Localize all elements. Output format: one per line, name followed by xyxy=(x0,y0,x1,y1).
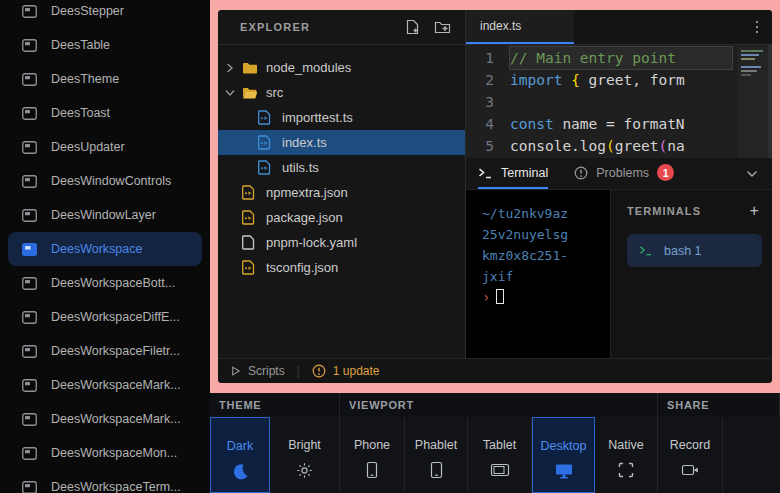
chevron-right-icon xyxy=(226,63,242,73)
terminal-line: ~/tu2nkv9az xyxy=(482,203,610,224)
add-terminal-button[interactable]: + xyxy=(750,202,762,220)
line-number: 5 xyxy=(466,135,510,157)
record-icon xyxy=(681,461,699,479)
desktop-button[interactable]: Desktop xyxy=(532,417,595,493)
button-label: Phone xyxy=(354,438,390,452)
line-content xyxy=(510,91,732,113)
update-button[interactable]: 1 update xyxy=(312,364,380,378)
sidebar-item-deestheme[interactable]: DeesTheme xyxy=(8,62,202,96)
sidebar-item-deesworkspaceterm-[interactable]: DeesWorkspaceTerm... xyxy=(8,470,202,493)
chevron-down-icon[interactable] xyxy=(746,158,772,189)
play-icon xyxy=(230,365,241,377)
workspace-window: EXPLORER index.ts node_modulessrcimportt… xyxy=(218,10,772,383)
sidebar-item-deesworkspacemark-[interactable]: DeesWorkspaceMark... xyxy=(8,368,202,402)
component-icon xyxy=(22,481,37,493)
file-ts-icon xyxy=(258,135,274,150)
bright-button[interactable]: Bright xyxy=(270,417,340,493)
line-number: 3 xyxy=(466,91,510,113)
native-icon xyxy=(618,461,634,479)
tree-item-label: npmextra.json xyxy=(266,185,348,200)
sidebar-item-deesworkspacemark-[interactable]: DeesWorkspaceMark... xyxy=(8,402,202,436)
editor-scrollbar[interactable] xyxy=(768,45,772,158)
tree-item-importtest-ts[interactable]: importtest.ts xyxy=(218,105,465,130)
terminal-output[interactable]: ~/tu2nkv9az25v2nuyelsgkmz0x8c251-jxif› xyxy=(466,190,610,358)
sidebar-item-deesworkspace[interactable]: DeesWorkspace xyxy=(8,232,202,266)
component-icon xyxy=(22,39,37,52)
code-editor[interactable]: 1// Main entry point2import { greet, for… xyxy=(466,45,772,158)
line-number: 1 xyxy=(466,47,510,69)
terminal-tab-label: Terminal xyxy=(501,166,548,180)
component-icon xyxy=(22,175,37,188)
tree-item-label: src xyxy=(266,85,283,100)
tree-item-npmextra-json[interactable]: npmextra.json xyxy=(218,180,465,205)
tablet-button[interactable]: Tablet xyxy=(468,417,532,493)
button-label: Bright xyxy=(288,438,321,452)
terminal-session-bash-1[interactable]: bash 1 xyxy=(627,234,762,267)
component-list: DeesStepperDeesTableDeesThemeDeesToastDe… xyxy=(0,0,210,493)
sidebar-item-deesstepper[interactable]: DeesStepper xyxy=(8,0,202,28)
file-plain-icon xyxy=(242,235,258,250)
tree-item-label: node_modules xyxy=(266,60,351,75)
story-toolbar: THEME VIEWPORT SHARE DarkBrightPhonePhab… xyxy=(210,393,780,493)
sidebar-item-label: DeesStepper xyxy=(51,4,124,18)
record-button[interactable]: Record xyxy=(658,417,723,493)
phablet-button[interactable]: Phablet xyxy=(405,417,468,493)
tab-terminal[interactable]: Terminal xyxy=(478,158,548,189)
file-json-icon xyxy=(242,210,258,225)
tree-item-label: package.json xyxy=(266,210,343,225)
tree-item-package-json[interactable]: package.json xyxy=(218,205,465,230)
sidebar-item-deesworkspacefiletr-[interactable]: DeesWorkspaceFiletr... xyxy=(8,334,202,368)
sidebar-item-label: DeesWindowLayer xyxy=(51,208,156,222)
new-folder-icon[interactable] xyxy=(434,20,451,35)
code-line: 3 xyxy=(466,91,772,113)
file-json-icon xyxy=(242,260,258,275)
sidebar-item-deesworkspacebott-[interactable]: DeesWorkspaceBott... xyxy=(8,266,202,300)
explorer-actions xyxy=(405,19,451,35)
toolbar-buttons: DarkBrightPhonePhabletTabletDesktopNativ… xyxy=(210,417,780,493)
tree-item-index-ts[interactable]: index.ts xyxy=(218,130,465,155)
sidebar-item-deesupdater[interactable]: DeesUpdater xyxy=(8,130,202,164)
phone-icon xyxy=(366,461,378,479)
tree-item-src[interactable]: src xyxy=(218,80,465,105)
button-label: Desktop xyxy=(541,439,587,453)
terminal-icon xyxy=(639,245,653,256)
tab-problems[interactable]: Problems 1 xyxy=(574,158,674,189)
sidebar-item-label: DeesTable xyxy=(51,38,110,52)
scripts-button[interactable]: Scripts xyxy=(230,364,285,378)
code-line: 1// Main entry point xyxy=(466,47,772,69)
code-lines: 1// Main entry point2import { greet, for… xyxy=(466,47,772,157)
sidebar-item-deestable[interactable]: DeesTable xyxy=(8,28,202,62)
sidebar-item-deesworkspacediffe-[interactable]: DeesWorkspaceDiffE... xyxy=(8,300,202,334)
sidebar-item-deeswindowlayer[interactable]: DeesWindowLayer xyxy=(8,198,202,232)
sidebar-item-label: DeesWorkspace xyxy=(51,242,142,256)
sidebar-item-deesworkspacemon-[interactable]: DeesWorkspaceMon... xyxy=(8,436,202,470)
component-icon xyxy=(22,243,37,256)
terminal-icon xyxy=(478,167,493,179)
tree-item-node-modules[interactable]: node_modules xyxy=(218,55,465,80)
sidebar-item-deeswindowcontrols[interactable]: DeesWindowControls xyxy=(8,164,202,198)
story-canvas: EXPLORER index.ts node_modulessrcimportt… xyxy=(210,0,780,393)
terminal-line: 25v2nuyelsg xyxy=(482,224,610,245)
sidebar-item-deestoast[interactable]: DeesToast xyxy=(8,96,202,130)
editor-tabbar: index.ts xyxy=(466,10,772,44)
statusbar-divider: | xyxy=(297,364,300,378)
explorer-header: EXPLORER xyxy=(218,10,466,44)
new-file-icon[interactable] xyxy=(405,19,420,35)
line-content: const name = formatN xyxy=(510,113,732,135)
tree-item-tsconfig-json[interactable]: tsconfig.json xyxy=(218,255,465,280)
phone-button[interactable]: Phone xyxy=(340,417,405,493)
component-icon xyxy=(22,141,37,154)
minimap[interactable] xyxy=(738,47,768,158)
button-label: Dark xyxy=(227,439,253,453)
tree-item-utils-ts[interactable]: utils.ts xyxy=(218,155,465,180)
sidebar-item-label: DeesWorkspaceDiffE... xyxy=(51,310,180,324)
file-ts-icon xyxy=(258,160,274,175)
tree-item-pnpm-lock-yaml[interactable]: pnpm-lock.yaml xyxy=(218,230,465,255)
component-icon xyxy=(22,209,37,222)
tab-index-ts[interactable]: index.ts xyxy=(466,10,574,44)
folder-open-icon xyxy=(242,85,258,100)
native-button[interactable]: Native xyxy=(595,417,658,493)
desktop-icon xyxy=(555,462,573,480)
more-options-icon[interactable] xyxy=(742,10,773,44)
dark-button[interactable]: Dark xyxy=(210,417,270,493)
